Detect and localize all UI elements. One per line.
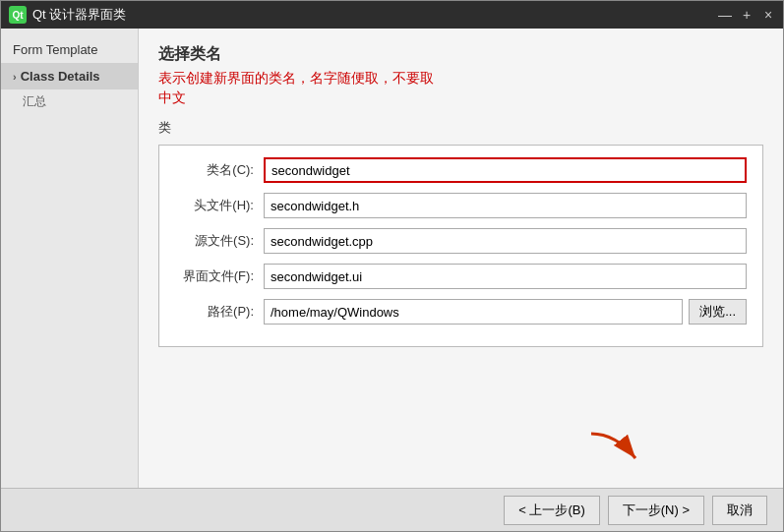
source-row: 源文件(S): — [175, 228, 747, 254]
form-area: 类名(C): 头文件(H): 源文件(S): 界面文件(F): — [158, 145, 763, 347]
header-input[interactable] — [264, 193, 747, 218]
ui-label: 界面文件(F): — [175, 267, 264, 285]
main-panel: 选择类名 表示创建新界面的类名，名字随便取，不要取 中文 类 类名(C): 头文… — [139, 29, 783, 488]
section-title: 选择类名 — [158, 44, 763, 65]
sidebar-item-class-details[interactable]: › Class Details — [1, 63, 138, 89]
titlebar-controls: — + × — [718, 8, 775, 22]
path-label: 路径(P): — [175, 303, 264, 321]
titlebar-left: Qt Qt 设计器界面类 — [9, 6, 126, 24]
classname-row: 类名(C): — [175, 157, 747, 183]
sidebar-arrow-class-details: › — [13, 71, 17, 83]
prev-button[interactable]: < 上一步(B) — [504, 496, 600, 525]
ui-input[interactable] — [264, 264, 747, 289]
ui-row: 界面文件(F): — [175, 264, 747, 289]
content-area: Form Template › Class Details 汇总 选择类名 表示… — [1, 29, 783, 488]
sidebar-item-class-details-label: Class Details — [21, 69, 100, 84]
sidebar: Form Template › Class Details 汇总 — [1, 29, 139, 488]
source-input[interactable] — [264, 228, 747, 254]
category-label: 类 — [158, 119, 763, 137]
cancel-button[interactable]: 取消 — [712, 496, 767, 525]
section-notice: 表示创建新界面的类名，名字随便取，不要取 中文 — [158, 69, 763, 107]
close-button[interactable]: × — [761, 8, 775, 22]
path-input[interactable] — [264, 299, 683, 325]
minimize-button[interactable]: — — [718, 8, 732, 22]
browse-button[interactable]: 浏览... — [689, 299, 747, 325]
sidebar-item-form-template[interactable]: Form Template — [1, 36, 138, 63]
bottom-bar: < 上一步(B) 下一步(N) > 取消 — [1, 488, 783, 531]
source-label: 源文件(S): — [175, 232, 264, 250]
section-notice-line2: 中文 — [158, 89, 186, 105]
header-label: 头文件(H): — [175, 197, 264, 214]
arrow-icon — [586, 429, 645, 468]
maximize-button[interactable]: + — [740, 8, 754, 22]
classname-input[interactable] — [264, 157, 747, 183]
path-row: 路径(P): 浏览... — [175, 299, 747, 325]
header-row: 头文件(H): — [175, 193, 747, 218]
main-window: Qt Qt 设计器界面类 — + × Form Template › Class… — [0, 0, 784, 532]
sidebar-item-summary[interactable]: 汇总 — [1, 89, 138, 114]
titlebar-title: Qt 设计器界面类 — [32, 6, 126, 24]
titlebar: Qt Qt 设计器界面类 — + × — [1, 1, 783, 29]
next-button[interactable]: 下一步(N) > — [608, 496, 704, 525]
sidebar-item-summary-label: 汇总 — [23, 94, 46, 108]
section-notice-line1: 表示创建新界面的类名，名字随便取，不要取 — [158, 70, 434, 86]
sidebar-item-form-template-label: Form Template — [13, 42, 97, 57]
classname-label: 类名(C): — [175, 161, 264, 179]
qt-logo: Qt — [9, 6, 27, 24]
arrow-hint — [158, 429, 763, 468]
